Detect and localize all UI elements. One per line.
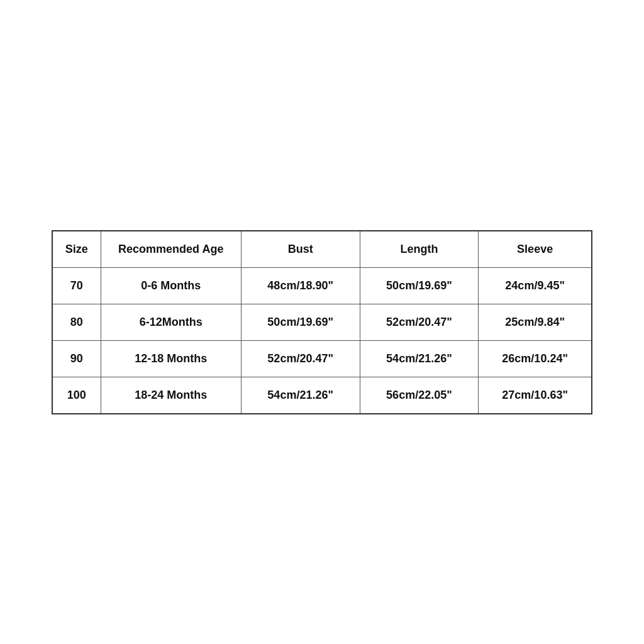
table-header-row: Size Recommended Age Bust Length Sleeve <box>52 231 592 268</box>
cell-sleeve: 27cm/10.63" <box>479 377 592 414</box>
cell-size: 70 <box>52 267 101 304</box>
cell-length: 50cm/19.69" <box>360 267 479 304</box>
header-bust: Bust <box>241 231 360 268</box>
cell-size: 100 <box>52 377 101 414</box>
header-size: Size <box>52 231 101 268</box>
cell-age: 0-6 Months <box>101 267 241 304</box>
cell-bust: 48cm/18.90" <box>241 267 360 304</box>
cell-sleeve: 26cm/10.24" <box>479 340 592 377</box>
cell-bust: 50cm/19.69" <box>241 304 360 340</box>
cell-age: 12-18 Months <box>101 340 241 377</box>
header-sleeve: Sleeve <box>479 231 592 268</box>
cell-age: 6-12Months <box>101 304 241 340</box>
header-recommended-age: Recommended Age <box>101 231 241 268</box>
cell-age: 18-24 Months <box>101 377 241 414</box>
table-row: 806-12Months50cm/19.69"52cm/20.47"25cm/9… <box>52 304 592 340</box>
cell-sleeve: 25cm/9.84" <box>479 304 592 340</box>
table-row: 700-6 Months48cm/18.90"50cm/19.69"24cm/9… <box>52 267 592 304</box>
table-row: 9012-18 Months52cm/20.47"54cm/21.26"26cm… <box>52 340 592 377</box>
cell-sleeve: 24cm/9.45" <box>479 267 592 304</box>
cell-size: 80 <box>52 304 101 340</box>
cell-bust: 52cm/20.47" <box>241 340 360 377</box>
cell-length: 52cm/20.47" <box>360 304 479 340</box>
cell-length: 56cm/22.05" <box>360 377 479 414</box>
header-length: Length <box>360 231 479 268</box>
cell-bust: 54cm/21.26" <box>241 377 360 414</box>
size-chart-container: Size Recommended Age Bust Length Sleeve … <box>52 230 592 414</box>
size-chart-table: Size Recommended Age Bust Length Sleeve … <box>52 230 592 414</box>
table-row: 10018-24 Months54cm/21.26"56cm/22.05"27c… <box>52 377 592 414</box>
cell-size: 90 <box>52 340 101 377</box>
cell-length: 54cm/21.26" <box>360 340 479 377</box>
